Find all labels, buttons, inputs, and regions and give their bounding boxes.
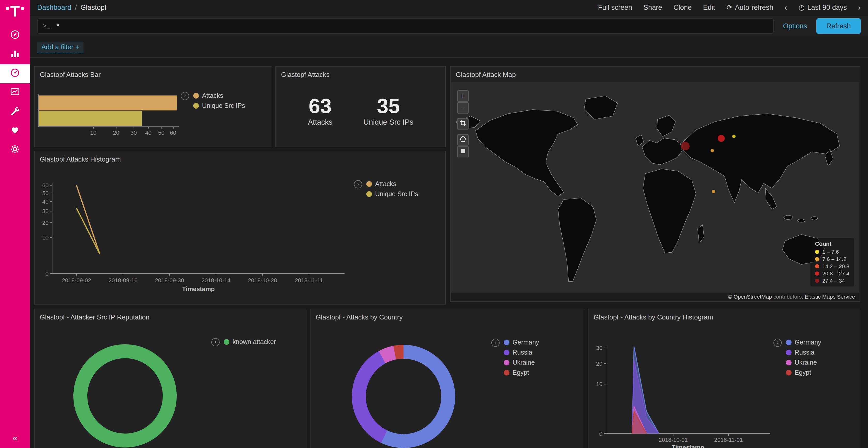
draw-polygon-button[interactable]: [457, 134, 469, 145]
metric-value: 63: [308, 94, 333, 118]
panel-attacker-src-ip-reputation: Glastopf - Attacker Src IP Reputation › …: [34, 309, 306, 448]
legend-toggle-icon[interactable]: ›: [773, 339, 782, 347]
legend-item[interactable]: Russia: [786, 349, 821, 356]
world-attack-map[interactable]: + − Count 1 – 7.6 7.6 – 14.2 14.2 – 20.8…: [451, 82, 859, 301]
legend: › Germany Russia Ukraine Egypt: [491, 339, 539, 376]
svg-text:Timestamp: Timestamp: [182, 285, 215, 292]
legend-label: Ukraine: [795, 359, 817, 366]
legend: › Attacks Unique Src IPs: [354, 180, 418, 198]
crop-icon: [460, 120, 466, 128]
refresh-cycle-icon: ⟳: [726, 4, 733, 11]
openstreetmap-link[interactable]: © OpenStreetMap: [728, 294, 772, 300]
legend-item[interactable]: Germany: [786, 339, 821, 346]
svg-text:Timestamp: Timestamp: [672, 444, 704, 448]
legend-label: Unique Src IPs: [202, 102, 245, 109]
legend-item[interactable]: Russia: [504, 349, 539, 356]
svg-text:30: 30: [42, 208, 49, 214]
panel-glastopf-attacks-metric: Glastopf Attacks 63 Attacks 35 Unique Sr…: [275, 66, 446, 147]
legend-color-dot: [786, 370, 792, 376]
draw-rectangle-button[interactable]: [457, 146, 469, 158]
legend-color-dot: [786, 360, 792, 366]
sidebar-item-dev-tools[interactable]: [0, 102, 30, 122]
legend-toggle-icon[interactable]: ›: [491, 339, 500, 347]
zoom-in-button[interactable]: +: [457, 90, 469, 102]
reputation-donut-chart[interactable]: [73, 344, 177, 447]
svg-text:50: 50: [42, 190, 49, 196]
share-button[interactable]: Share: [644, 4, 662, 12]
legend-item[interactable]: Egypt: [786, 369, 821, 376]
panel-title[interactable]: Glastopf Attack Map: [451, 67, 860, 81]
panel-title[interactable]: Glastopf Attacks: [276, 67, 445, 81]
auto-refresh-button[interactable]: ⟳Auto-refresh: [726, 3, 773, 12]
sidebar-item-visualize[interactable]: [0, 45, 30, 64]
metric-attacks: 63 Attacks: [308, 94, 333, 127]
full-screen-button[interactable]: Full screen: [598, 4, 632, 12]
attacks-bar-chart[interactable]: 102030405060: [35, 81, 272, 146]
panel-title[interactable]: Glastopf - Attacker Src IP Reputation: [35, 309, 306, 323]
heartbeat-icon: [10, 125, 20, 137]
legend-toggle-icon[interactable]: ›: [181, 92, 189, 100]
fit-bounds-button[interactable]: [457, 118, 469, 130]
kibana-dashboard-app: T: [0, 0, 868, 448]
legend-item[interactable]: Ukraine: [786, 359, 821, 366]
svg-text:2018-09-30: 2018-09-30: [155, 277, 184, 284]
svg-text:2018-11-01: 2018-11-01: [714, 437, 743, 443]
panel-attacks-by-country: Glastopf - Attacks by Country › Germany …: [310, 309, 584, 448]
time-forward-button[interactable]: ›: [858, 3, 861, 12]
country-donut-chart[interactable]: [352, 345, 455, 448]
attacks-histogram-chart[interactable]: 01020304050602018-09-022018-09-162018-09…: [35, 151, 446, 305]
breadcrumb-dashboard-link[interactable]: Dashboard: [37, 4, 71, 11]
legend-toggle-icon[interactable]: ›: [354, 180, 362, 188]
legend-item[interactable]: Egypt: [504, 369, 539, 376]
legend-color-dot: [504, 370, 509, 376]
metric-label: Attacks: [308, 118, 333, 127]
telekom-logo[interactable]: T: [6, 5, 24, 18]
logo-square-right: [21, 7, 24, 10]
country-histogram-chart[interactable]: 01020302018-10-012018-11-01Timestamp: [588, 309, 861, 448]
map-count-legend: Count 1 – 7.6 7.6 – 14.2 14.2 – 20.8 20.…: [810, 238, 854, 286]
sidebar-item-monitoring[interactable]: [0, 122, 30, 141]
time-range-picker[interactable]: ◷Last 90 days: [799, 3, 847, 12]
query-options-link[interactable]: Options: [783, 22, 807, 30]
elastic-maps-link[interactable]: Elastic Maps Service: [805, 294, 855, 300]
legend-item[interactable]: Attacks: [193, 92, 245, 99]
refresh-button[interactable]: Refresh: [816, 18, 861, 34]
search-query-input[interactable]: [56, 22, 768, 31]
legend-item[interactable]: Unique Src IPs: [193, 102, 245, 109]
legend-toggle-icon[interactable]: ›: [211, 338, 220, 346]
bar-chart-icon: [10, 48, 20, 61]
edit-button[interactable]: Edit: [703, 4, 715, 12]
legend-label: Attacks: [375, 180, 396, 187]
legend-color-dot: [786, 350, 792, 355]
zoom-out-button[interactable]: −: [457, 102, 469, 113]
legend-item[interactable]: Ukraine: [504, 359, 539, 366]
legend-label: Ukraine: [513, 359, 535, 366]
legend-color-dot: [504, 340, 509, 345]
sidebar-item-management[interactable]: [0, 141, 30, 160]
svg-text:2018-10-01: 2018-10-01: [659, 437, 688, 443]
panel-glastopf-attacks-histogram: Glastopf Attacks Histogram 0102030405060…: [34, 151, 446, 305]
sidebar-item-dashboard[interactable]: [0, 64, 30, 83]
collapse-nav-icon[interactable]: «: [13, 433, 18, 443]
breadcrumb: Dashboard/Glastopf: [37, 4, 106, 12]
panel-title[interactable]: Glastopf Attacks Bar: [35, 67, 272, 81]
svg-text:10: 10: [596, 381, 602, 387]
panel-title[interactable]: Glastopf - Attacks by Country: [311, 309, 584, 323]
legend-item[interactable]: Germany: [504, 339, 539, 346]
time-back-button[interactable]: ‹: [784, 3, 787, 12]
query-input-wrap: >_: [37, 18, 774, 34]
sidebar-item-timelion[interactable]: [0, 83, 30, 102]
timelion-icon: [10, 87, 20, 99]
legend-item[interactable]: Unique Src IPs: [366, 190, 418, 198]
compass-icon: [10, 29, 20, 42]
svg-text:0: 0: [599, 430, 602, 437]
add-filter-link[interactable]: Add a filter +: [37, 41, 84, 53]
clone-button[interactable]: Clone: [674, 4, 692, 12]
top-bar: Dashboard/Glastopf Full screen Share Clo…: [30, 0, 868, 15]
legend-item[interactable]: known attacker: [224, 338, 276, 346]
legend-label: known attacker: [232, 338, 276, 346]
legend-item[interactable]: Attacks: [366, 180, 418, 187]
sidebar-item-discover[interactable]: [0, 26, 30, 45]
gear-icon: [10, 144, 20, 157]
svg-text:10: 10: [42, 234, 49, 241]
